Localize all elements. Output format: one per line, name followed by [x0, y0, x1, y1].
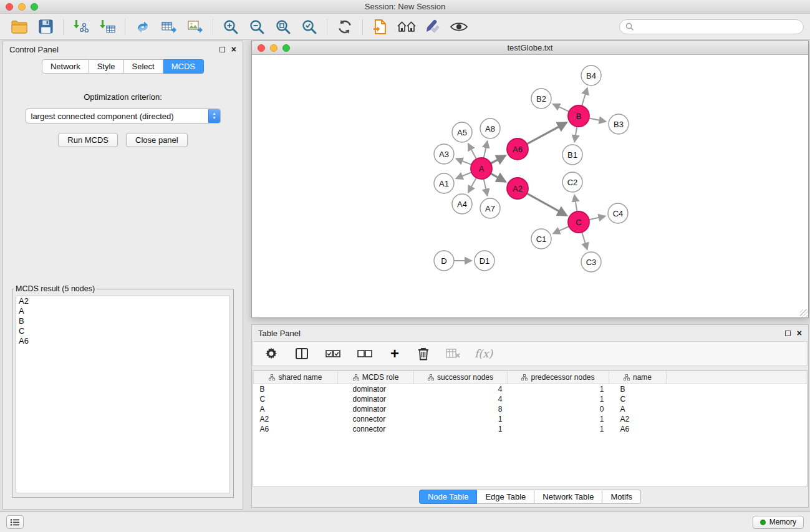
edge-B-B1[interactable]	[574, 127, 577, 142]
delete-table-button[interactable]	[444, 342, 463, 365]
deselect-all-button[interactable]	[355, 342, 375, 365]
table-row[interactable]: A6connector11A6	[254, 424, 808, 434]
network-canvas[interactable]: B4B2BB3A5A8A6A3B1AC2A1A2A4A7C4CC1C3DD1	[252, 55, 808, 317]
table-row[interactable]: Adominator80A	[254, 404, 808, 414]
node-D1[interactable]: D1	[475, 251, 494, 271]
column-header-predecessor-nodes[interactable]: predecessor nodes	[508, 371, 609, 384]
column-header-shared-name[interactable]: shared name	[254, 371, 338, 384]
column-header-successor-nodes[interactable]: successor nodes	[414, 371, 508, 384]
close-panel-icon[interactable]: ×	[231, 45, 236, 54]
open-session-button[interactable]	[6, 16, 32, 38]
save-session-button[interactable]	[32, 16, 59, 38]
search-field[interactable]	[619, 19, 804, 34]
minimize-window-button[interactable]	[18, 3, 26, 11]
column-header-mcds-role[interactable]: MCDS role	[338, 371, 414, 384]
mcds-result-item[interactable]: A	[16, 306, 229, 316]
edge-C-C1[interactable]	[553, 226, 569, 233]
run-mcds-button[interactable]: Run MCDS	[58, 133, 118, 147]
control-tab-network[interactable]: Network	[42, 59, 89, 74]
edge-A-A3[interactable]	[456, 159, 472, 165]
mcds-result-item[interactable]: A6	[16, 336, 229, 346]
edge-B-B3[interactable]	[589, 118, 606, 121]
node-D[interactable]: D	[434, 251, 454, 271]
node-A[interactable]: A	[471, 158, 492, 179]
show-hide-button[interactable]	[446, 16, 472, 38]
edge-B-B4[interactable]	[582, 88, 587, 106]
edge-C-C4[interactable]	[589, 216, 605, 220]
mcds-result-item[interactable]: B	[16, 316, 229, 326]
combo-stepper-icon[interactable]: ▲▼	[208, 109, 220, 123]
float-panel-icon[interactable]	[219, 47, 225, 52]
edge-A-A6[interactable]	[491, 155, 506, 163]
table-tab-node-table[interactable]: Node Table	[419, 490, 478, 504]
edge-C-C2[interactable]	[574, 195, 577, 212]
table-tab-network-table[interactable]: Network Table	[534, 490, 602, 504]
edge-A-A4[interactable]	[468, 178, 476, 193]
node-A4[interactable]: A4	[452, 194, 472, 214]
export-table-button[interactable]	[156, 16, 182, 38]
search-input[interactable]	[637, 22, 798, 31]
apply-style-button[interactable]	[420, 16, 446, 38]
node-A3[interactable]: A3	[434, 144, 454, 164]
edge-C-C3[interactable]	[582, 232, 587, 249]
node-C3[interactable]: C3	[581, 252, 601, 272]
zoom-fit-button[interactable]	[270, 16, 296, 38]
table-tab-motifs[interactable]: Motifs	[602, 490, 641, 504]
select-all-button[interactable]	[323, 342, 343, 365]
table-settings-button[interactable]	[262, 342, 281, 365]
document-button[interactable]	[367, 16, 393, 38]
node-C[interactable]: C	[568, 211, 589, 233]
network-zoom-button[interactable]	[282, 44, 290, 52]
edge-A-A2[interactable]	[491, 173, 506, 181]
float-table-panel-icon[interactable]	[785, 331, 791, 336]
node-B1[interactable]: B1	[562, 145, 582, 165]
refresh-button[interactable]	[332, 16, 358, 38]
edge-A-A8[interactable]	[484, 142, 488, 158]
network-graph[interactable]: B4B2BB3A5A8A6A3B1AC2A1A2A4A7C4CC1C3DD1	[252, 55, 808, 317]
node-A2[interactable]: A2	[507, 178, 528, 199]
edge-A-A5[interactable]	[468, 144, 476, 160]
table-tab-edge-table[interactable]: Edge Table	[477, 490, 534, 504]
task-history-button[interactable]	[6, 515, 24, 529]
edge-A-A1[interactable]	[456, 172, 472, 178]
import-network-button[interactable]	[68, 16, 94, 38]
import-table-button[interactable]	[94, 16, 120, 38]
table-row[interactable]: Bdominator41B	[254, 384, 808, 394]
control-tab-select[interactable]: Select	[124, 59, 163, 74]
node-C2[interactable]: C2	[562, 172, 582, 192]
network-window-titlebar[interactable]: testGlobe.txt	[252, 41, 808, 55]
mcds-result-item[interactable]: C	[16, 326, 229, 336]
zoom-in-button[interactable]	[218, 16, 244, 38]
node-A8[interactable]: A8	[480, 118, 500, 138]
node-B[interactable]: B	[568, 105, 589, 127]
column-header-name[interactable]: name	[609, 371, 667, 384]
node-A5[interactable]: A5	[452, 122, 472, 142]
zoom-window-button[interactable]	[31, 3, 38, 11]
zoom-selected-button[interactable]	[296, 16, 322, 38]
mcds-result-item[interactable]: A2	[16, 296, 229, 306]
node-B2[interactable]: B2	[531, 89, 551, 109]
resize-handle[interactable]	[800, 309, 808, 317]
edge-A6-B[interactable]	[527, 123, 567, 144]
table-row[interactable]: Cdominator41C	[254, 394, 808, 404]
memory-button[interactable]: Memory	[753, 516, 804, 529]
control-tab-mcds[interactable]: MCDS	[163, 59, 204, 74]
close-window-button[interactable]	[6, 3, 13, 11]
table-row[interactable]: A2connector11A2	[254, 414, 808, 424]
close-panel-button[interactable]: Close panel	[126, 133, 188, 147]
node-C4[interactable]: C4	[608, 203, 628, 223]
edge-A2-C[interactable]	[527, 193, 567, 215]
delete-column-button[interactable]	[415, 342, 432, 365]
node-A1[interactable]: A1	[434, 173, 454, 193]
close-table-panel-icon[interactable]: ×	[797, 329, 802, 337]
zoom-out-button[interactable]	[244, 16, 270, 38]
network-minimize-button[interactable]	[270, 44, 277, 52]
optimization-criterion-select[interactable]: largest connected component (directed) ▲…	[26, 109, 221, 123]
edge-A-A7[interactable]	[484, 179, 488, 196]
network-close-button[interactable]	[258, 44, 265, 52]
node-B4[interactable]: B4	[581, 65, 601, 85]
home-button[interactable]	[393, 16, 420, 38]
control-tab-style[interactable]: Style	[89, 59, 124, 74]
node-B3[interactable]: B3	[609, 114, 629, 134]
export-image-button[interactable]	[182, 16, 208, 38]
